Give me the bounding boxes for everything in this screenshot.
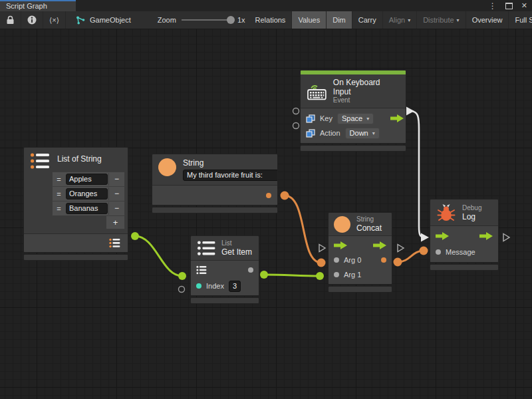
- lock-button[interactable]: [0, 11, 21, 29]
- list-item-row: = Oranges −: [53, 187, 124, 201]
- string-value-input[interactable]: My third favorite fruit is:: [183, 170, 278, 181]
- wire-endpoint[interactable]: [281, 192, 289, 200]
- list-item-input[interactable]: Bananas: [66, 203, 108, 214]
- tab-script-graph[interactable]: Script Graph: [0, 0, 76, 11]
- list-item-input[interactable]: Apples: [66, 174, 108, 185]
- wire-endpoint[interactable]: [317, 259, 326, 267]
- wire-endpoint[interactable]: [316, 272, 324, 280]
- flow-out-arrow[interactable]: [373, 241, 386, 249]
- wire-endpoint[interactable]: [131, 232, 139, 240]
- carry-button[interactable]: Carry: [352, 11, 383, 29]
- wire-endpoint[interactable]: [178, 272, 186, 280]
- item-output-port[interactable]: [248, 267, 253, 273]
- wire-string-to-concat[interactable]: [285, 196, 321, 263]
- node-on-keyboard-input[interactable]: On Keyboard Input Event Key Space ▾: [300, 70, 406, 152]
- flow-in-port-log[interactable]: [421, 233, 429, 242]
- lock-icon: [6, 15, 15, 25]
- graph-toolbar: ⟨×⟩ GameObject Zoom 1x Relations Values …: [0, 11, 532, 29]
- node-get-item[interactable]: List Get Item Index 3: [190, 235, 259, 304]
- drag-handle-icon[interactable]: =: [53, 205, 65, 213]
- info-button[interactable]: [21, 11, 43, 29]
- index-port[interactable]: [196, 283, 201, 289]
- wire-getitem-to-concat[interactable]: [264, 275, 320, 276]
- key-dropdown[interactable]: Space ▾: [337, 113, 374, 124]
- remove-item-button[interactable]: −: [108, 202, 124, 215]
- action-value: Down: [350, 129, 368, 137]
- flow-out-arrow[interactable]: [390, 114, 404, 124]
- drag-handle-icon[interactable]: =: [53, 190, 65, 198]
- caret-down-icon: ▾: [457, 17, 460, 23]
- wire-endpoint[interactable]: [394, 258, 402, 267]
- align-button[interactable]: Align ▾: [383, 11, 417, 29]
- relations-button[interactable]: Relations: [249, 11, 293, 29]
- remove-item-button[interactable]: −: [108, 173, 124, 186]
- result-output-port[interactable]: [381, 257, 386, 263]
- index-label: Index: [206, 282, 224, 290]
- zoom-slider[interactable]: [182, 19, 232, 21]
- node-debug-log[interactable]: Debug Log Message: [430, 199, 499, 271]
- node-list-of-string[interactable]: List of String = Apples − = Oranges −: [23, 147, 128, 261]
- overview-button[interactable]: Overview: [466, 11, 509, 29]
- flow-out-port-concat[interactable]: [398, 245, 404, 252]
- distribute-button[interactable]: Distribute ▾: [417, 11, 466, 29]
- align-label: Align: [389, 16, 405, 24]
- zoom-value: 1x: [237, 16, 245, 24]
- zoom-slider-handle[interactable]: [227, 16, 235, 24]
- index-input[interactable]: 3: [229, 281, 241, 292]
- drag-handle-icon[interactable]: =: [53, 176, 65, 184]
- wire-endpoint[interactable]: [260, 271, 268, 279]
- gameobject-selector[interactable]: GameObject: [66, 11, 135, 29]
- window-controls: ⋮ ✕: [489, 1, 527, 11]
- node-string-literal[interactable]: String My third favorite fruit is:: [152, 154, 278, 213]
- node-footer: [328, 286, 392, 293]
- code-icon: ⟨×⟩: [49, 16, 59, 25]
- node-title: Log: [462, 212, 481, 221]
- maximize-icon[interactable]: [505, 3, 513, 9]
- node-category: List: [221, 239, 252, 247]
- flow-in-arrow[interactable]: [436, 232, 449, 240]
- node-concat[interactable]: String Concat Arg 0 Arg 1: [328, 212, 392, 293]
- flow-out-port-keyboard[interactable]: [406, 107, 414, 116]
- arg0-label: Arg 0: [344, 256, 361, 264]
- graph-canvas[interactable]: On Keyboard Input Event Key Space ▾: [0, 29, 532, 399]
- string-output-port[interactable]: [266, 193, 271, 198]
- wire-keyboard-to-log[interactable]: [410, 111, 426, 237]
- action-dropdown[interactable]: Down ▾: [345, 128, 380, 139]
- arg1-row: Arg 1: [329, 267, 392, 282]
- fullscreen-button[interactable]: Full Scre: [509, 11, 532, 29]
- node-footer: [152, 207, 278, 213]
- node-footer: [23, 254, 128, 261]
- key-label: Key: [320, 114, 332, 122]
- flow-in-arrow[interactable]: [334, 241, 347, 249]
- message-input-port[interactable]: [436, 249, 441, 255]
- dim-button[interactable]: Dim: [327, 11, 352, 29]
- list-output-row: [24, 233, 128, 252]
- action-label: Action: [320, 129, 340, 137]
- enum-icon: [306, 129, 315, 138]
- code-view-button[interactable]: ⟨×⟩: [43, 11, 66, 29]
- arg0-input-port[interactable]: [334, 257, 339, 263]
- list-input-port-icon[interactable]: [196, 265, 207, 275]
- string-icon: [158, 158, 176, 176]
- flow-out-port-log[interactable]: [503, 234, 509, 241]
- index-input-port[interactable]: [179, 287, 185, 293]
- overview-label: Overview: [472, 16, 503, 24]
- wire-list-to-getitem[interactable]: [135, 236, 182, 276]
- zoom-label: Zoom: [158, 16, 176, 24]
- close-icon[interactable]: ✕: [521, 2, 527, 9]
- remove-item-button[interactable]: −: [108, 188, 124, 200]
- flow-out-arrow[interactable]: [479, 232, 493, 240]
- add-item-button[interactable]: +: [106, 216, 125, 229]
- node-category: Debug: [462, 204, 481, 212]
- flow-in-port-concat[interactable]: [319, 245, 325, 252]
- list-output-port-icon[interactable]: [109, 238, 120, 248]
- wire-endpoint[interactable]: [420, 247, 428, 255]
- list-icon: [197, 240, 215, 257]
- values-button[interactable]: Values: [292, 11, 327, 29]
- action-input-port[interactable]: [293, 123, 299, 129]
- key-input-port[interactable]: [293, 108, 299, 114]
- node-footer: [300, 145, 406, 152]
- list-item-input[interactable]: Oranges: [66, 188, 108, 200]
- menu-kebab-icon[interactable]: ⋮: [489, 2, 497, 10]
- arg1-input-port[interactable]: [334, 272, 339, 277]
